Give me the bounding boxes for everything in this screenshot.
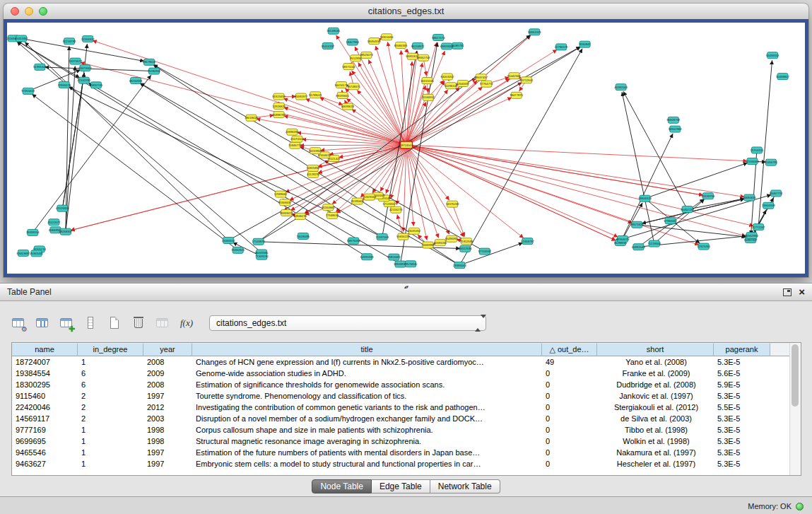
network-node[interactable]: 41128291 xyxy=(307,171,320,177)
network-node[interactable]: 15066514 xyxy=(222,237,235,243)
network-node[interactable]: 83463687 xyxy=(17,250,30,256)
network-node[interactable]: 23479402 xyxy=(78,65,92,71)
network-node[interactable]: 91923459 xyxy=(272,93,286,100)
column-header-year[interactable]: year xyxy=(143,343,192,356)
network-node[interactable]: 48268307 xyxy=(59,228,73,235)
network-node[interactable]: 83391977 xyxy=(295,93,308,100)
network-node[interactable]: 22796579 xyxy=(555,44,568,50)
network-node[interactable]: 72966078 xyxy=(57,81,71,88)
network-node[interactable]: 83084353 xyxy=(394,42,408,48)
network-edge[interactable] xyxy=(45,67,154,71)
network-node[interactable]: 45363435 xyxy=(30,250,43,257)
network-window-titlebar[interactable]: citations_edges.txt xyxy=(4,4,808,20)
network-node[interactable]: 69833692 xyxy=(440,43,454,49)
network-node[interactable]: 30593266 xyxy=(433,240,447,246)
network-node[interactable]: 72456781 xyxy=(765,159,778,165)
network-node[interactable]: 81442569 xyxy=(507,73,521,79)
network-node[interactable]: 74028495 xyxy=(297,233,310,239)
network-node[interactable]: 15704155 xyxy=(751,147,764,153)
column-header-pagerank[interactable]: pagerank xyxy=(714,343,770,356)
network-node[interactable]: 23035352 xyxy=(408,228,421,234)
network-node[interactable]: 58652703 xyxy=(417,54,430,61)
scrollbar-thumb[interactable] xyxy=(792,344,799,407)
network-node[interactable]: 58454559 xyxy=(367,38,381,45)
network-node[interactable]: 95939073 xyxy=(280,209,293,216)
network-node[interactable]: 40282003 xyxy=(614,84,628,90)
network-node[interactable]: 95748371 xyxy=(347,83,360,90)
tab-network-table[interactable]: Network Table xyxy=(430,479,500,493)
network-edge[interactable] xyxy=(28,70,81,91)
network-edge[interactable] xyxy=(80,62,406,145)
table-row[interactable]: 1456911722003Disruption of a novel membe… xyxy=(12,413,790,424)
network-node[interactable]: 84416172 xyxy=(335,82,348,88)
network-node[interactable]: 97743592 xyxy=(478,248,492,255)
network-edge[interactable] xyxy=(452,204,464,237)
network-edge[interactable] xyxy=(406,145,703,195)
network-node[interactable]: 85852745 xyxy=(90,82,103,88)
network-node[interactable]: 58371144 xyxy=(342,64,355,70)
network-edge[interactable] xyxy=(406,145,439,238)
network-node[interactable]: 9240842 xyxy=(579,41,591,47)
network-edge[interactable] xyxy=(623,91,688,209)
table-row[interactable]: 1830029562008Estimation of significance … xyxy=(12,379,790,390)
network-edge[interactable] xyxy=(71,145,406,230)
network-edge[interactable] xyxy=(406,145,427,240)
network-node[interactable]: 16690635 xyxy=(743,194,756,201)
network-edge[interactable] xyxy=(654,199,705,244)
network-edge[interactable] xyxy=(368,59,406,145)
table-row[interactable]: 946554611997Estimation of the future num… xyxy=(12,447,790,458)
network-node[interactable]: 56148046 xyxy=(326,28,340,34)
new-document-icon[interactable] xyxy=(106,315,123,332)
network-edge[interactable] xyxy=(637,225,746,237)
network-node[interactable]: 89195841 xyxy=(336,92,349,98)
network-node[interactable]: 21929164 xyxy=(363,194,376,200)
column-header-title[interactable]: title xyxy=(192,343,542,356)
network-node[interactable]: 85067774 xyxy=(770,190,783,197)
network-node[interactable]: 77409230 xyxy=(255,253,269,259)
network-edge[interactable] xyxy=(32,94,237,250)
network-edge[interactable] xyxy=(642,198,749,224)
network-node[interactable]: 98477875 xyxy=(510,92,523,98)
network-node[interactable]: 30315166 xyxy=(420,78,434,84)
network-node[interactable]: 83712501 xyxy=(520,77,534,83)
network-node[interactable]: 80452152 xyxy=(681,206,694,213)
network-node[interactable]: 17146876 xyxy=(252,238,265,245)
tab-node-table[interactable]: Node Table xyxy=(312,479,372,493)
network-node[interactable]: 71397169 xyxy=(375,234,389,240)
network-node[interactable]: 38525073 xyxy=(360,52,373,58)
network-edge[interactable] xyxy=(406,145,413,226)
network-node[interactable]: 94159905 xyxy=(309,148,322,154)
network-node[interactable]: 55656229 xyxy=(396,233,410,240)
network-node[interactable]: 98537457 xyxy=(474,74,488,81)
network-edge[interactable] xyxy=(406,35,531,145)
network-node[interactable]: 86828758 xyxy=(667,117,681,123)
network-node[interactable]: 91789021 xyxy=(309,92,322,98)
network-node[interactable]: 62540697 xyxy=(457,80,470,86)
table-row[interactable]: 1938455462009Genome-wide association stu… xyxy=(12,368,790,379)
import-table-icon[interactable]: ✚ xyxy=(58,315,75,332)
column-header-in_degree[interactable]: in_degree xyxy=(78,343,143,356)
network-node[interactable]: 41122077 xyxy=(47,219,61,226)
network-edge[interactable] xyxy=(286,145,406,192)
network-node[interactable]: 35185609 xyxy=(351,198,364,204)
network-edge[interactable] xyxy=(88,83,401,264)
table-row[interactable]: 946362711997Embryonic stem cells: a mode… xyxy=(12,458,790,469)
network-hub-node[interactable]: 18724007 xyxy=(400,141,413,148)
network-node[interactable]: 91908437 xyxy=(278,199,292,206)
column-selector-icon[interactable] xyxy=(82,315,99,332)
network-node[interactable]: 77568632 xyxy=(326,212,339,218)
network-node[interactable]: 82218799 xyxy=(63,38,76,45)
table-row[interactable]: 969969511998Structural magnetic resonanc… xyxy=(12,436,790,447)
network-node[interactable]: 10815850 xyxy=(306,165,319,171)
network-node[interactable]: 57984052 xyxy=(664,218,677,224)
network-node[interactable]: 42116273 xyxy=(389,206,403,213)
table-row[interactable]: 977716911998Corpus callosum shape and si… xyxy=(12,424,790,436)
network-node[interactable]: 91164663 xyxy=(322,204,335,211)
network-edge[interactable] xyxy=(406,145,524,238)
panel-splitter-handle[interactable]: ▴▾ xyxy=(404,284,408,289)
column-header-name[interactable]: name xyxy=(12,343,78,356)
network-node[interactable]: 70946772 xyxy=(288,142,302,148)
network-node[interactable]: 96924056 xyxy=(380,34,394,40)
network-node[interactable]: 41526924 xyxy=(56,205,69,211)
network-node[interactable]: 18571824 xyxy=(630,221,644,228)
